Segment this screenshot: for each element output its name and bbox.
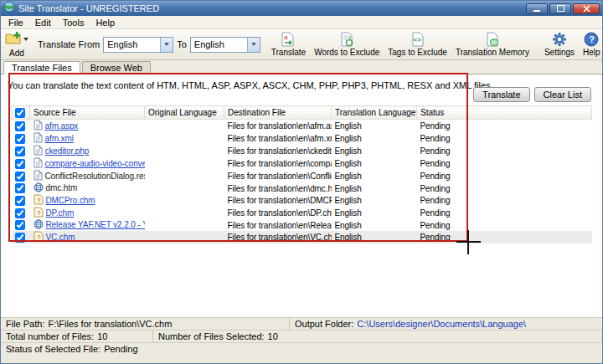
row-checkbox[interactable] xyxy=(15,121,25,131)
translate-toolbar-label: Translate xyxy=(271,48,306,57)
table-row[interactable]: Release YAF.NET v2.2.0 - YAFNET...Files … xyxy=(12,219,592,231)
source-file-link[interactable]: ckeditor.php xyxy=(45,146,90,156)
checkbox-cell xyxy=(12,170,30,182)
page-icon xyxy=(34,170,43,182)
file-table: Source File Original Language Destinatio… xyxy=(11,105,592,244)
chevron-down-icon[interactable] xyxy=(23,38,28,41)
add-folder-icon xyxy=(5,31,22,48)
destination-file-cell: Files for translation\en\Release Y... xyxy=(224,219,332,231)
table-row[interactable]: dmc.htmFiles for translation\en\dmc.htmE… xyxy=(12,182,592,194)
row-checkbox[interactable] xyxy=(15,233,25,243)
translation-memory-button[interactable]: Translation Memory xyxy=(451,30,533,59)
row-checkbox[interactable] xyxy=(15,208,25,218)
destination-file-cell: Files for translation\en\dmc.htm xyxy=(224,182,332,194)
table-row[interactable]: ?VC.chmFiles for translation\en\VC.chmEn… xyxy=(12,231,592,244)
close-button[interactable] xyxy=(573,3,600,14)
row-checkbox[interactable] xyxy=(15,172,25,182)
to-language-dropdown-button[interactable] xyxy=(247,38,260,52)
menu-tools[interactable]: Tools xyxy=(57,17,90,28)
menu-file[interactable]: File xyxy=(3,17,29,28)
from-language-dropdown-button[interactable] xyxy=(160,38,173,52)
maximize-button[interactable] xyxy=(549,3,571,14)
help-icon: ? xyxy=(584,32,599,47)
translate-action-button[interactable]: Translate xyxy=(473,87,529,102)
minimize-icon xyxy=(533,5,541,13)
chevron-down-icon xyxy=(251,43,256,46)
original-language-cell xyxy=(145,120,224,133)
original-language-cell xyxy=(145,182,224,194)
from-language-select[interactable]: English xyxy=(103,37,173,53)
row-checkbox[interactable] xyxy=(15,183,25,193)
source-file-cell: afm.xml xyxy=(30,132,145,145)
row-checkbox[interactable] xyxy=(15,159,25,169)
tab-translate-files[interactable]: Translate Files xyxy=(3,61,80,74)
tags-to-exclude-label: Tags to Exclude xyxy=(388,48,447,57)
clear-list-button[interactable]: Clear List xyxy=(534,87,591,102)
help-button[interactable]: ? Help xyxy=(579,30,602,59)
row-checkbox[interactable] xyxy=(15,134,25,144)
translation-language-cell: English xyxy=(332,145,417,157)
svg-text:?: ? xyxy=(37,197,41,204)
select-all-checkbox[interactable] xyxy=(15,108,25,118)
source-file-link[interactable]: ConflictResolutionDialog.resx xyxy=(45,172,145,181)
column-source-file[interactable]: Source File xyxy=(30,106,145,120)
svg-text:a: a xyxy=(284,33,288,41)
row-checkbox[interactable] xyxy=(15,220,25,230)
settings-label: Settings xyxy=(544,48,575,57)
column-destination-file[interactable]: Destination File xyxy=(224,106,332,120)
source-file-link[interactable]: VC.chm xyxy=(46,233,75,242)
column-translation-language[interactable]: Translation Language xyxy=(332,106,417,120)
translate-toolbar-button[interactable]: a Translate xyxy=(267,30,310,59)
source-file-link[interactable]: afm.xml xyxy=(45,134,74,143)
table-row[interactable]: afm.aspxFiles for translation\en\afm.asp… xyxy=(12,120,592,133)
destination-file-cell: Files for translation\en\ConflictRe... xyxy=(224,170,332,182)
table-row[interactable]: afm.xmlFiles for translation\en\afm.xmlE… xyxy=(12,132,592,145)
words-to-exclude-button[interactable]: Words to Exclude xyxy=(310,30,384,59)
menu-edit[interactable]: Edit xyxy=(29,17,57,28)
checkbox-cell xyxy=(12,120,30,133)
selected-status-value: Pending xyxy=(104,344,137,354)
source-file-cell: dmc.htm xyxy=(30,182,145,194)
row-checkbox[interactable] xyxy=(15,146,25,156)
status-cell: Pending xyxy=(417,145,592,157)
status-cell: Pending xyxy=(417,207,592,219)
column-original-language[interactable]: Original Language xyxy=(145,106,224,120)
chm-icon: ? xyxy=(34,231,44,244)
table-row[interactable]: ckeditor.phpFiles for translation\en\cke… xyxy=(12,145,592,157)
tags-to-exclude-button[interactable]: <> Tags to Exclude xyxy=(384,30,451,59)
status-cell: Pending xyxy=(417,194,592,207)
select-all-header[interactable] xyxy=(12,106,30,120)
checkbox-cell xyxy=(12,182,30,194)
add-button[interactable]: Add xyxy=(3,30,31,59)
table-row[interactable]: ConflictResolutionDialog.resxFiles for t… xyxy=(12,170,592,182)
minimize-button[interactable] xyxy=(526,3,548,14)
source-file-link[interactable]: afm.aspx xyxy=(45,121,79,131)
to-language-select[interactable]: English xyxy=(190,37,260,53)
gear-icon xyxy=(552,32,567,47)
status-cell: Pending xyxy=(417,219,592,231)
source-file-link[interactable]: Release YAF.NET v2.2.0 - YAFNET... xyxy=(46,220,145,229)
source-file-link[interactable]: compare-audio-video-converters.as... xyxy=(45,159,145,168)
settings-button[interactable]: Settings xyxy=(540,30,579,59)
original-language-cell xyxy=(145,207,224,219)
table-row[interactable]: compare-audio-video-converters.as...File… xyxy=(12,157,592,170)
source-file-link[interactable]: DMCPro.chm xyxy=(46,196,95,205)
checkbox-cell xyxy=(12,145,30,157)
status-cell: Pending xyxy=(417,182,592,194)
row-checkbox[interactable] xyxy=(15,196,25,206)
selected-status-label: Status of Selected File: xyxy=(6,344,100,354)
menu-help[interactable]: Help xyxy=(90,17,121,28)
source-file-link[interactable]: dmc.htm xyxy=(46,183,78,192)
table-row[interactable]: ?DP.chmFiles for translation\en\DP.chmEn… xyxy=(12,207,592,219)
table-row[interactable]: ?DMCPro.chmFiles for translation\en\DMCP… xyxy=(12,194,592,207)
svg-text:?: ? xyxy=(37,233,41,241)
source-file-link[interactable]: DP.chm xyxy=(46,208,75,218)
original-language-cell xyxy=(145,132,224,145)
output-folder-label: Output Folder: xyxy=(295,319,353,329)
translation-memory-label: Translation Memory xyxy=(456,48,529,57)
toolbar: Add Translate From English To English a … xyxy=(1,29,602,60)
to-label: To xyxy=(177,39,187,49)
column-status[interactable]: Status xyxy=(417,106,592,120)
checkbox-cell xyxy=(12,231,30,244)
tab-browse-web[interactable]: Browse Web xyxy=(82,61,151,74)
